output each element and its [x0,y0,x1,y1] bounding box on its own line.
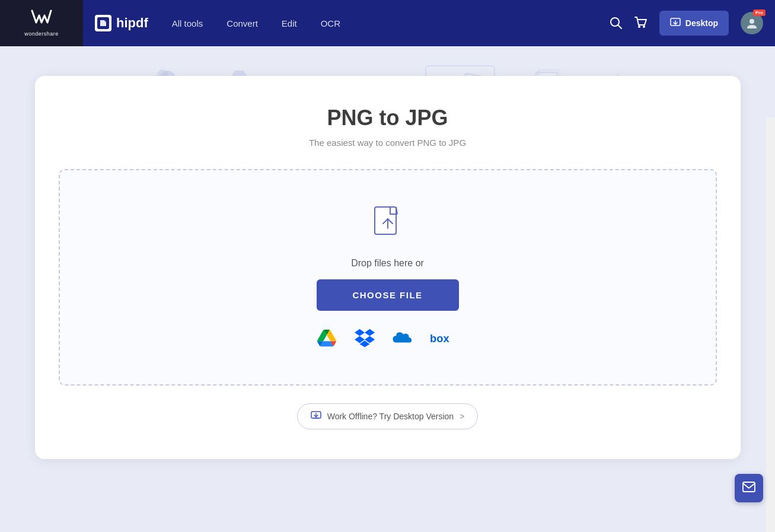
svg-rect-44 [743,482,755,492]
page-subtitle: The easiest way to convert PNG to JPG [59,138,717,148]
upload-file-icon [370,206,406,247]
svg-point-4 [643,26,645,28]
user-icon [745,17,758,30]
offline-bar: Work Offline? Try Desktop Version > [59,403,717,429]
nav-all-tools[interactable]: All tools [172,15,203,31]
nav-links: All tools Convert Edit OCR [172,15,610,31]
wondershare-logo: wondershare [24,9,59,37]
onedrive-svg [392,330,413,346]
upload-icon-wrapper [367,206,409,247]
offline-arrow: > [460,412,464,421]
hipdf-text: hipdf [116,15,148,31]
main-content: PNG to JPG The easiest way to convert PN… [0,46,775,532]
nav-edit[interactable]: Edit [282,15,297,31]
choose-file-button[interactable]: CHOOSE FILE [317,279,459,311]
mail-icon [742,482,755,495]
offline-text: Work Offline? Try Desktop Version [327,412,454,421]
cart-button[interactable] [634,17,648,30]
box-icon[interactable]: box [430,327,460,349]
hipdf-brand: hipdf [95,15,148,31]
wondershare-text: wondershare [24,31,59,37]
nav-ocr[interactable]: OCR [321,15,340,31]
svg-point-3 [638,26,640,28]
hipdf-logo-icon [95,15,111,31]
user-avatar-wrapper[interactable]: Pro [741,12,763,34]
offline-link[interactable]: Work Offline? Try Desktop Version > [297,403,479,429]
desktop-icon [670,17,681,30]
drop-text: Drop files here or [351,258,424,269]
nav-actions: Desktop Pro [610,11,763,36]
navbar: wondershare hipdf All tools Convert Edit… [0,0,775,46]
download-desktop-icon [670,17,681,27]
nav-convert[interactable]: Convert [227,15,258,31]
pro-badge: Pro [753,9,766,16]
download-icon [311,410,321,423]
desktop-button[interactable]: Desktop [659,11,729,36]
svg-text:box: box [430,332,449,345]
mail-fab[interactable] [735,474,763,502]
google-drive-icon[interactable] [316,327,337,349]
svg-marker-36 [365,329,375,336]
cart-icon [634,17,648,30]
search-button[interactable] [610,17,623,30]
cloud-services: box [316,327,460,349]
box-svg: box [430,331,460,345]
svg-marker-35 [355,329,365,336]
search-icon [610,17,623,30]
svg-point-7 [750,19,754,24]
drop-zone[interactable]: Drop files here or CHOOSE FILE [59,169,717,386]
dropbox-svg [355,329,375,348]
svg-line-2 [618,25,621,28]
desktop-btn-label: Desktop [685,18,718,28]
ws-icon [31,9,52,30]
onedrive-icon[interactable] [392,327,413,349]
dropbox-icon[interactable] [354,327,375,349]
page-title: PNG to JPG [59,106,717,130]
main-card: PNG to JPG The easiest way to convert PN… [35,76,741,459]
wondershare-brand[interactable]: wondershare [0,0,83,46]
